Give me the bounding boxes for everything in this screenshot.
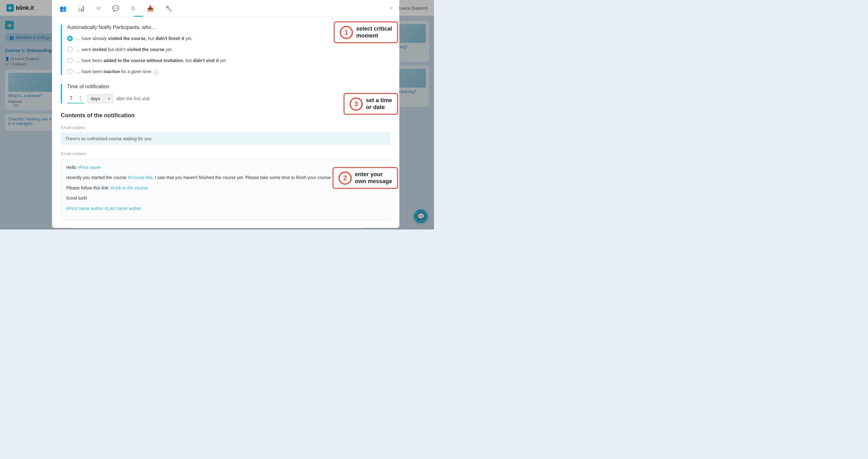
time-controls: 7 ▲ ▼ days weeks months ▼ [67,94,391,103]
info-icon[interactable]: ℹ [154,70,159,75]
spin-down[interactable]: ▼ [79,99,82,101]
tab-tool-icon[interactable]: 🔧 [164,4,173,13]
tab-active-indicator [134,16,143,17]
number-input: 7 ▲ ▼ [67,94,84,103]
course-link: #Link to the course [111,185,148,190]
email-content-label: Email content [61,151,391,156]
tab-chart-icon[interactable]: 📊 [76,4,86,13]
callout-3-inner: 3 set a timeor date [349,97,392,111]
callout-2-inner: 2 enter yourown message [339,171,392,185]
modal-body: Automatically Notify Participants, who… … [52,17,399,228]
callout-1-inner: 1 select criticalmoment [340,26,392,39]
email-subject-input[interactable] [61,132,391,145]
callout-1-number: 1 [340,26,353,39]
radio-text-3: … have been added to the course without … [76,57,226,64]
callout-3-text: set a timeor date [366,97,392,111]
unit-select[interactable]: days weeks months [87,94,113,103]
close-button[interactable]: × [390,5,393,12]
callout-2-text: enter yourown message [355,171,392,185]
email-line-goodluck: Good luck! [66,194,385,202]
time-section: Time of notification 7 ▲ ▼ days weeks [61,84,391,103]
radio-3[interactable] [67,58,73,63]
callout-3: 3 set a timeor date [344,93,398,115]
tab-chat-icon[interactable]: 💬 [111,4,120,13]
callout-3-number: 3 [349,97,363,111]
spin-up[interactable]: ▲ [79,95,82,98]
radio-4[interactable] [67,69,73,74]
tab-download-icon[interactable]: 📥 [146,4,155,13]
firstname-author-link: #First name author [66,206,103,211]
radio-1[interactable] [67,36,73,41]
modal-tabs: 👥 📊 ✉ 💬 ⚙ 📥 🔧 × [52,0,399,17]
lastname-author-link: #Last name author [104,206,141,211]
time-value[interactable]: 7 [70,95,77,101]
email-line-author: #First name author #Last name author [66,205,385,212]
tab-email-icon[interactable]: ✉ [95,4,102,13]
tab-settings-icon[interactable]: ⚙ [129,4,137,13]
spin-buttons: ▲ ▼ [79,95,82,101]
callout-1: 1 select criticalmoment [334,22,398,43]
radio-2[interactable] [67,47,73,52]
email-subject-label: Email subject [61,125,391,130]
radio-option-4[interactable]: … have been inactive for a given time ℹ [67,68,391,75]
unit-select-wrapper: days weeks months ▼ [87,94,113,103]
after-text: after the first visit [116,96,150,101]
radio-text-1: … have already visited the course, but d… [76,35,193,42]
course-title-link: #Course title [128,175,153,180]
contents-title: Contents of the notification [61,112,391,119]
callout-2-number: 2 [339,172,352,185]
time-section-title: Time of notification [67,84,391,90]
radio-text-4: … have been inactive for a given time ℹ [76,68,159,75]
contents-section: Contents of the notification Email subje… [61,112,391,220]
radio-text-2: … were invited but didn't visited the co… [76,47,173,53]
tab-members-icon[interactable]: 👥 [58,4,68,13]
callout-2: 2 enter yourown message [333,167,398,189]
callout-1-text: select criticalmoment [356,26,392,39]
radio-option-2[interactable]: … were invited but didn't visited the co… [67,47,391,53]
radio-option-3[interactable]: … have been added to the course without … [67,57,391,64]
firstname-link: #First name [78,165,101,170]
